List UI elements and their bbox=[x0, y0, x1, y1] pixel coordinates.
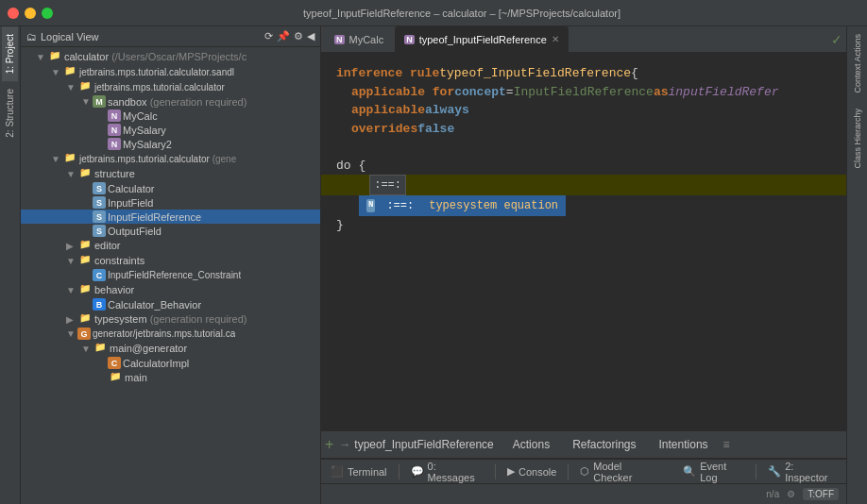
tab-intentions[interactable]: Intentions bbox=[648, 435, 720, 454]
model-tab-bar: + → typeof_InputFieldReference Actions R… bbox=[321, 430, 846, 459]
tree-item-calcimpl[interactable]: C CalculatorImpl bbox=[21, 356, 320, 370]
project-tree: ▼ 📁 calculator (/Users/Oscar/MPSProjects… bbox=[21, 47, 320, 504]
status-settings-icon: ⚙ bbox=[787, 489, 795, 499]
tree-item-structure[interactable]: ▼ 📁 structure bbox=[21, 166, 320, 181]
project-panel-header: 🗂 Logical View ⟳ 📌 ⚙ ◀ bbox=[21, 26, 320, 47]
dropdown-node-icon: N bbox=[366, 199, 375, 212]
tree-item-main-generator[interactable]: ▼ 📁 main@generator bbox=[21, 341, 320, 356]
close-button[interactable] bbox=[8, 8, 19, 19]
sidebar-tab-project[interactable]: 1: Project bbox=[2, 26, 18, 81]
editor-content[interactable]: inference rule typeof_InputFieldReferenc… bbox=[321, 53, 846, 430]
add-button[interactable]: + bbox=[325, 436, 333, 453]
code-line-2: applicable for concept = InputFieldRefer… bbox=[336, 83, 831, 102]
folder-icon: 📁 bbox=[77, 283, 93, 296]
event-log-icon: 🔍 bbox=[683, 465, 696, 478]
tree-item-typesystem[interactable]: ▶ 📁 typesystem (generation required) bbox=[21, 311, 320, 327]
tab-mycalc[interactable]: N MyCalc bbox=[325, 26, 393, 53]
tree-item-mycalc[interactable]: N MyCalc bbox=[21, 109, 320, 123]
settings-icon[interactable]: ⚙ bbox=[294, 30, 303, 42]
terminal-label: Terminal bbox=[348, 466, 387, 478]
tree-item-mysalary2[interactable]: N MySalary2 bbox=[21, 137, 320, 151]
pin-icon[interactable]: 📌 bbox=[277, 30, 290, 42]
folder-icon: 📁 bbox=[108, 371, 123, 384]
tree-item-inputfield[interactable]: S InputField bbox=[21, 195, 320, 210]
module-icon: M bbox=[93, 95, 106, 108]
bottom-section: + → typeof_InputFieldReference Actions R… bbox=[321, 430, 846, 504]
folder-icon: 📁 bbox=[77, 254, 93, 267]
editor-area: N MyCalc N typeof_InputFieldReference ✕ … bbox=[321, 26, 846, 504]
editor-tab-bar: N MyCalc N typeof_InputFieldReference ✕ … bbox=[321, 26, 846, 53]
concept-icon: S bbox=[93, 182, 106, 194]
traffic-lights bbox=[8, 8, 53, 19]
tree-item-mysalary[interactable]: N MySalary bbox=[21, 123, 320, 137]
console-label: Console bbox=[518, 466, 556, 478]
tree-item-editor[interactable]: ▶ 📁 editor bbox=[21, 238, 320, 253]
autocomplete-dropdown[interactable]: N :==: typesystem equation bbox=[359, 195, 566, 216]
tree-item-generator[interactable]: ▼ G generator/jetbrains.mps.tutorial.ca bbox=[21, 327, 320, 341]
bottom-tool-bar: ⬛ Terminal 💬 0: Messages ▶ Console ⬡ Mod… bbox=[321, 459, 846, 483]
tab-mycalc-label: MyCalc bbox=[349, 34, 384, 45]
separator-4 bbox=[756, 464, 756, 479]
autocomplete-input[interactable]: :==: bbox=[369, 175, 406, 195]
status-right: n/a ⚙ T:OFF bbox=[766, 488, 839, 500]
logical-view-title: Logical View bbox=[41, 31, 99, 42]
node-icon: N bbox=[108, 138, 121, 150]
left-sidebar-tabs: 1: Project 2: Structure bbox=[0, 26, 21, 504]
panel-toolbar: ⟳ 📌 ⚙ ◀ bbox=[264, 30, 314, 42]
tab-inspector[interactable]: 🔧 2: Inspector bbox=[764, 459, 841, 485]
status-toff: T:OFF bbox=[803, 488, 839, 500]
sidebar-tab-class-hierarchy[interactable]: Class Hierarchy bbox=[850, 101, 865, 176]
tree-item-jb-sandbox[interactable]: ▼ 📁 jetbrains.mps.tutorial.calculator.sa… bbox=[21, 64, 320, 79]
tab-event-log[interactable]: 🔍 Event Log bbox=[679, 459, 748, 485]
folder-icon: 📁 bbox=[62, 65, 77, 78]
model-tab-name: typeof_InputFieldReference bbox=[354, 438, 493, 451]
tree-item-ifr-constraint[interactable]: C InputFieldReference_Constraint bbox=[21, 268, 320, 282]
tab-typeof[interactable]: N typeof_InputFieldReference ✕ bbox=[395, 26, 569, 53]
tab-typeof-icon: N bbox=[404, 35, 415, 44]
maximize-button[interactable] bbox=[42, 8, 53, 19]
sync-icon[interactable]: ⟳ bbox=[264, 30, 273, 42]
folder-icon: 📁 bbox=[77, 167, 93, 180]
generator-icon: G bbox=[77, 328, 91, 340]
tree-item-outputfield[interactable]: S OutputField bbox=[21, 224, 320, 238]
tab-model-checker[interactable]: ⬡ Model Checker bbox=[576, 459, 664, 485]
sidebar-tab-context-actions[interactable]: Context Actions bbox=[850, 26, 865, 101]
tree-item-calculator-concept[interactable]: S Calculator bbox=[21, 181, 320, 195]
more-tabs-icon[interactable]: ≡ bbox=[723, 438, 730, 451]
code-line-8: N :==: typesystem equation bbox=[336, 195, 831, 216]
tab-terminal[interactable]: ⬛ Terminal bbox=[327, 463, 391, 479]
right-sidebar-tabs: Context Actions Class Hierarchy bbox=[846, 26, 867, 504]
folder-icon: 📁 bbox=[47, 50, 62, 63]
status-bar: n/a ⚙ T:OFF bbox=[321, 483, 846, 504]
minimize-button[interactable] bbox=[25, 8, 36, 19]
code-line-1: inference rule typeof_InputFieldReferenc… bbox=[336, 64, 831, 83]
tab-messages[interactable]: 💬 0: Messages bbox=[407, 459, 487, 485]
model-arrow-icon: → bbox=[339, 438, 350, 451]
editor-checkmark: ✓ bbox=[831, 32, 842, 47]
tree-item-sandbox[interactable]: ▼ M sandbox (generation required) bbox=[21, 94, 320, 109]
separator-3 bbox=[568, 464, 569, 479]
tree-item-main[interactable]: 📁 main bbox=[21, 370, 320, 385]
folder-icon: 📁 bbox=[77, 239, 93, 252]
tab-mycalc-icon: N bbox=[334, 35, 345, 44]
collapse-icon[interactable]: ◀ bbox=[307, 30, 314, 42]
tree-item-behavior[interactable]: ▼ 📁 behavior bbox=[21, 282, 320, 297]
tree-item-calc-behavior[interactable]: B Calculator_Behavior bbox=[21, 297, 320, 311]
folder-icon: 📁 bbox=[93, 342, 108, 355]
concept-icon: S bbox=[93, 225, 106, 237]
tab-refactorings[interactable]: Refactorings bbox=[561, 435, 647, 454]
tab-console[interactable]: ▶ Console bbox=[503, 463, 560, 479]
tree-item-jb-calc-inner[interactable]: ▼ 📁 jetbrains.mps.tutorial.calculator bbox=[21, 79, 320, 94]
code-line-7: :==: bbox=[321, 175, 846, 195]
tab-actions[interactable]: Actions bbox=[502, 435, 561, 454]
dropdown-type: typesystem equation bbox=[429, 197, 558, 214]
tree-item-calculator[interactable]: ▼ 📁 calculator (/Users/Oscar/MPSProjects… bbox=[21, 49, 320, 64]
tree-item-constraints[interactable]: ▼ 📁 constraints bbox=[21, 253, 320, 268]
tree-item-jb-calc-outer[interactable]: ▼ 📁 jetbrains.mps.tutorial.calculator (g… bbox=[21, 151, 320, 166]
tree-item-inputfieldreference[interactable]: S InputFieldReference bbox=[21, 210, 320, 224]
concept-icon: S bbox=[93, 210, 106, 223]
window-title: typeof_InputFieldReference – calculator … bbox=[64, 8, 859, 19]
sidebar-tab-structure[interactable]: 2: Structure bbox=[2, 81, 18, 145]
tab-close-icon[interactable]: ✕ bbox=[552, 34, 559, 44]
messages-icon: 💬 bbox=[411, 465, 424, 478]
